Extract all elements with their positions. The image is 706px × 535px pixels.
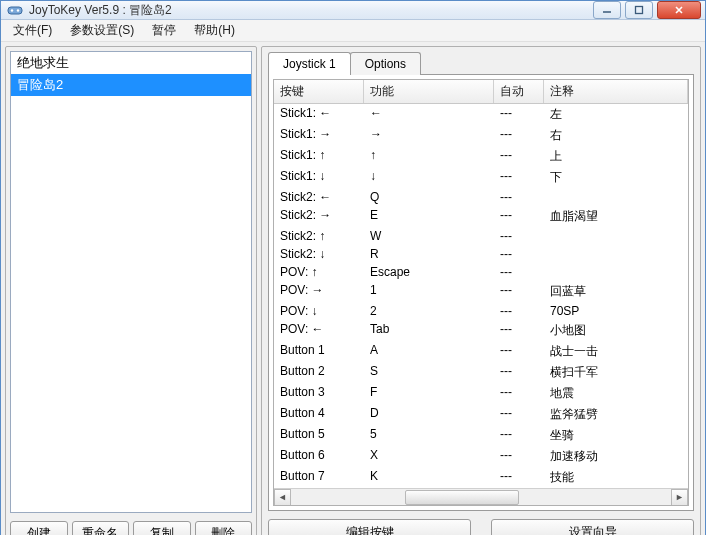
cell-key: Button 4	[274, 405, 364, 424]
table-row[interactable]: POV: →1---回蓝草	[274, 281, 688, 302]
table-row[interactable]: Button 3F---地震	[274, 383, 688, 404]
header-note[interactable]: 注释	[544, 80, 688, 103]
table-row[interactable]: Button 6X---加速移动	[274, 446, 688, 467]
table-row[interactable]: Button 7K---技能	[274, 467, 688, 488]
maximize-icon	[634, 5, 644, 15]
right-panel: Joystick 1 Options 按键 功能 自动 注释 Stick1: ←…	[261, 46, 701, 535]
cell-key: Stick2: ↑	[274, 228, 364, 244]
title-bar: JoyToKey Ver5.9 : 冒险岛2	[1, 1, 705, 20]
cell-func: F	[364, 384, 494, 403]
cell-key: Stick1: →	[274, 126, 364, 145]
cell-func: X	[364, 447, 494, 466]
wizard-button[interactable]: 设置向导	[491, 519, 694, 535]
table-row[interactable]: POV: ↓2---70SP	[274, 302, 688, 320]
cell-key: POV: →	[274, 282, 364, 301]
create-button[interactable]: 创建	[10, 521, 68, 535]
close-button[interactable]	[657, 1, 701, 19]
delete-button[interactable]: 删除	[195, 521, 253, 535]
cell-auto: ---	[494, 282, 544, 301]
cell-func: D	[364, 405, 494, 424]
table-row[interactable]: Stick2: →E---血脂渴望	[274, 206, 688, 227]
cell-func: ←	[364, 105, 494, 124]
tab-options[interactable]: Options	[350, 52, 421, 75]
cell-note: 左	[544, 105, 688, 124]
cell-auto: ---	[494, 405, 544, 424]
scroll-left-arrow[interactable]: ◄	[274, 489, 291, 506]
table-row[interactable]: Stick1: →→---右	[274, 125, 688, 146]
tab-joystick1[interactable]: Joystick 1	[268, 52, 351, 75]
svg-rect-4	[636, 7, 643, 14]
table-row[interactable]: POV: ←Tab---小地图	[274, 320, 688, 341]
cell-key: Button 3	[274, 384, 364, 403]
cell-auto: ---	[494, 189, 544, 205]
cell-note: 加速移动	[544, 447, 688, 466]
cell-auto: ---	[494, 363, 544, 382]
header-auto[interactable]: 自动	[494, 80, 544, 103]
tab-body: 按键 功能 自动 注释 Stick1: ←←---左Stick1: →→---右…	[268, 74, 694, 511]
maximize-button[interactable]	[625, 1, 653, 19]
cell-func: W	[364, 228, 494, 244]
cell-func: A	[364, 342, 494, 361]
table-row[interactable]: Stick2: ↑W---	[274, 227, 688, 245]
table-row[interactable]: Button 1A---战士一击	[274, 341, 688, 362]
table-row[interactable]: Stick2: ←Q---	[274, 188, 688, 206]
client-area: 绝地求生冒险岛2 创建 重命名 复制 删除 Joystick 1 Options…	[1, 42, 705, 535]
tab-bar: Joystick 1 Options	[262, 47, 700, 74]
profile-list[interactable]: 绝地求生冒险岛2	[10, 51, 252, 513]
cell-key: POV: ↓	[274, 303, 364, 319]
cell-auto: ---	[494, 342, 544, 361]
menu-file[interactable]: 文件(F)	[5, 20, 60, 41]
menu-help[interactable]: 帮助(H)	[186, 20, 243, 41]
cell-func: 1	[364, 282, 494, 301]
table-row[interactable]: Button 55---坐骑	[274, 425, 688, 446]
header-key[interactable]: 按键	[274, 80, 364, 103]
menu-pause[interactable]: 暂停	[144, 20, 184, 41]
cell-auto: ---	[494, 264, 544, 280]
cell-func: S	[364, 363, 494, 382]
cell-key: Stick2: →	[274, 207, 364, 226]
cell-note: 回蓝草	[544, 282, 688, 301]
cell-func: E	[364, 207, 494, 226]
table-row[interactable]: Stick2: ↓R---	[274, 245, 688, 263]
table-header: 按键 功能 自动 注释	[274, 80, 688, 104]
cell-auto: ---	[494, 105, 544, 124]
cell-auto: ---	[494, 321, 544, 340]
cell-func: Tab	[364, 321, 494, 340]
cell-auto: ---	[494, 147, 544, 166]
cell-key: Button 5	[274, 426, 364, 445]
table-row[interactable]: Stick1: ↑↑---上	[274, 146, 688, 167]
cell-note: 上	[544, 147, 688, 166]
minimize-button[interactable]	[593, 1, 621, 19]
cell-note: 坐骑	[544, 426, 688, 445]
cell-key: Stick1: ←	[274, 105, 364, 124]
scroll-right-arrow[interactable]: ►	[671, 489, 688, 506]
cell-func: 2	[364, 303, 494, 319]
header-func[interactable]: 功能	[364, 80, 494, 103]
profile-buttons: 创建 重命名 复制 删除	[6, 517, 256, 535]
rename-button[interactable]: 重命名	[72, 521, 130, 535]
table-row[interactable]: Stick1: ↓↓---下	[274, 167, 688, 188]
cell-func: ↓	[364, 168, 494, 187]
cell-key: POV: ↑	[274, 264, 364, 280]
cell-func: 5	[364, 426, 494, 445]
scroll-thumb[interactable]	[405, 490, 519, 505]
table-row[interactable]: Button 4D---监斧猛劈	[274, 404, 688, 425]
cell-auto: ---	[494, 303, 544, 319]
profile-item[interactable]: 冒险岛2	[11, 74, 251, 96]
table-row[interactable]: Button 2S---横扫千军	[274, 362, 688, 383]
profile-item[interactable]: 绝地求生	[11, 52, 251, 74]
table-row[interactable]: POV: ↑Escape---	[274, 263, 688, 281]
cell-note: 监斧猛劈	[544, 405, 688, 424]
cell-note: 横扫千军	[544, 363, 688, 382]
cell-key: Stick1: ↑	[274, 147, 364, 166]
window-controls	[593, 1, 701, 19]
cell-auto: ---	[494, 228, 544, 244]
table-body[interactable]: Stick1: ←←---左Stick1: →→---右Stick1: ↑↑--…	[274, 104, 688, 488]
menu-params[interactable]: 参数设置(S)	[62, 20, 142, 41]
cell-auto: ---	[494, 168, 544, 187]
scroll-track[interactable]	[291, 489, 671, 506]
horizontal-scrollbar[interactable]: ◄ ►	[274, 488, 688, 505]
edit-key-button[interactable]: 编辑按键	[268, 519, 471, 535]
copy-button[interactable]: 复制	[133, 521, 191, 535]
table-row[interactable]: Stick1: ←←---左	[274, 104, 688, 125]
